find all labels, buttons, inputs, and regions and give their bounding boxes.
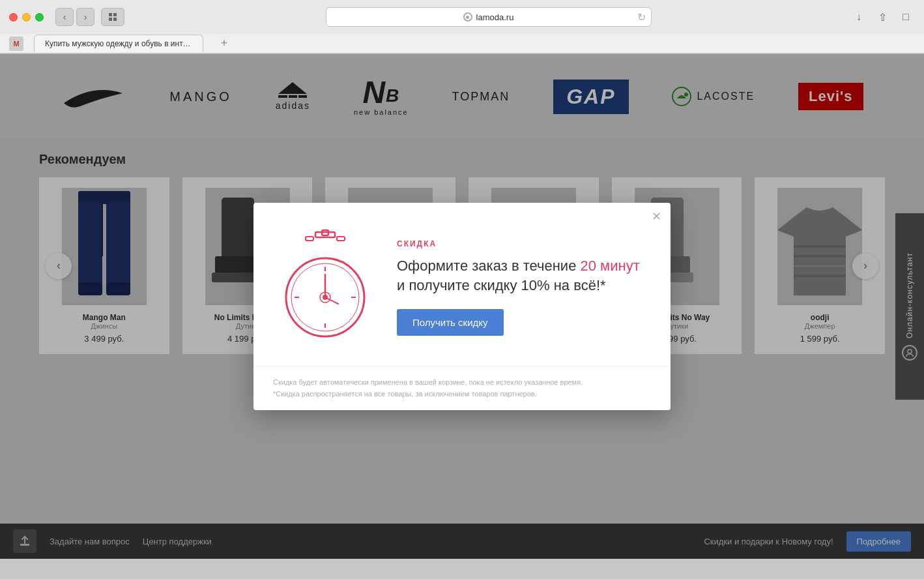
browser-chrome: ‹ › lamoda.ru ↻ ↓ ⇧ □ M Купить мужскую [0,0,924,54]
modal-text-area: СКИДКА Оформите заказ в течение 20 минут… [397,239,644,336]
modal-icon-area [273,229,377,346]
minimize-button[interactable] [22,13,31,22]
svg-rect-3 [113,18,117,21]
page-content: MANGO adidas NB new balance [0,54,924,559]
tab-view-button[interactable] [101,8,124,26]
svg-rect-1 [113,13,117,16]
bookmarks-bar: M Купить мужскую одежду и обувь в интерн… [0,34,924,53]
traffic-lights [9,13,44,22]
browser-tab[interactable]: Купить мужскую одежду и обувь в интернет… [34,35,203,52]
modal-footer: Скидка будет автоматически применена в в… [253,366,671,410]
stopwatch-icon [276,229,374,346]
nav-buttons: ‹ › [55,8,94,26]
toolbar-right: ↓ ⇧ □ [850,8,915,26]
svg-rect-2 [109,18,112,21]
svg-rect-28 [306,237,313,241]
modal-headline: Оформите заказ в течение 20 минут и полу… [397,256,644,297]
download-icon[interactable]: ↓ [850,8,868,26]
site-icon [463,12,472,22]
fullscreen-icon[interactable]: □ [897,8,915,26]
maximize-button[interactable] [35,13,44,22]
titlebar: ‹ › lamoda.ru ↻ ↓ ⇧ □ [0,0,924,34]
forward-button[interactable]: › [76,8,94,26]
close-button[interactable] [9,13,18,22]
get-discount-button[interactable]: Получить скидку [397,309,504,336]
url-text: lamoda.ru [476,12,514,22]
svg-rect-29 [337,237,345,241]
back-button[interactable]: ‹ [55,8,74,26]
share-icon[interactable]: ⇧ [873,8,891,26]
discount-modal: ✕ [253,203,671,410]
address-bar[interactable]: lamoda.ru ↻ [326,7,652,27]
new-tab-button[interactable]: + [216,36,232,52]
modal-close-button[interactable]: ✕ [652,211,661,222]
svg-point-38 [323,295,328,300]
modal-highlight: 20 минут [581,258,640,274]
gmail-bookmark-icon[interactable]: M [9,37,23,51]
refresh-button[interactable]: ↻ [637,11,646,23]
modal-body: СКИДКА Оформите заказ в течение 20 минут… [253,203,671,366]
modal-label: СКИДКА [397,239,644,248]
modal-overlay[interactable]: ✕ [0,54,924,559]
svg-rect-0 [109,13,112,16]
